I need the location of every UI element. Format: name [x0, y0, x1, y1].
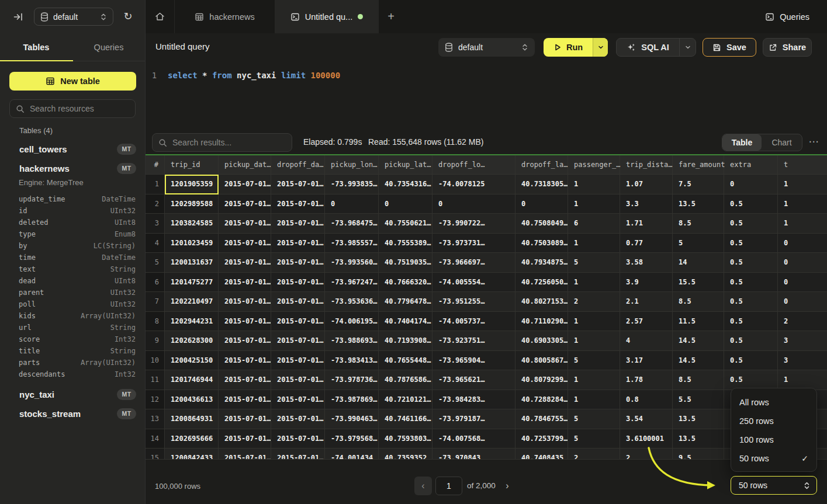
table-cell[interactable]: 40.7193908… [379, 331, 432, 351]
table-cell[interactable]: 40.6903305… [515, 331, 568, 351]
table-cell[interactable]: 14.5 [673, 351, 724, 371]
tab-tables[interactable]: Tables [0, 33, 72, 61]
table-cell[interactable]: 40.8079299… [515, 370, 568, 390]
prev-page-button[interactable]: ‹ [414, 477, 432, 495]
table-cell[interactable]: 2015-07-01… [219, 292, 271, 312]
column-header[interactable]: # [146, 155, 165, 175]
table-cell[interactable]: 2015-07-01… [271, 390, 325, 410]
table-cell[interactable]: 1.71 [620, 214, 673, 234]
table-cell[interactable]: 2015-07-01… [219, 390, 271, 410]
sidebar-item-hackernews[interactable]: hackernews MT [9, 161, 136, 176]
table-cell[interactable]: 40.7256050… [515, 273, 568, 293]
table-cell[interactable]: 0 [778, 253, 827, 273]
table-cell[interactable]: -73.951255… [432, 292, 515, 312]
table-cell[interactable]: 3 [778, 331, 827, 351]
table-cell[interactable]: 5 [568, 409, 620, 429]
table-cell[interactable]: 3.6100001 [620, 429, 673, 449]
table-cell[interactable]: 0 [515, 194, 568, 214]
column-header[interactable]: fare_amount [673, 155, 724, 175]
table-cell[interactable]: 40.7796478… [379, 292, 432, 312]
sidebar-item-nyc-taxi[interactable]: nyc_taxi MT [9, 387, 136, 402]
table-cell[interactable]: 1200864931 [165, 409, 219, 429]
table-cell[interactable]: 2015-07-01… [219, 214, 271, 234]
table-cell[interactable]: 5 [568, 351, 620, 371]
table-cell[interactable]: -73.993835… [325, 175, 379, 194]
table-cell[interactable]: 1.78 [620, 370, 673, 390]
table-cell[interactable]: -73.967247… [325, 273, 379, 293]
column-header[interactable]: pickup_lon… [325, 155, 379, 175]
table-cell[interactable]: 1 [778, 194, 827, 214]
table-cell[interactable]: 3.58 [620, 253, 673, 273]
sql-ai-options-button[interactable] [679, 39, 695, 56]
column-header[interactable]: t [778, 155, 827, 175]
tab-home[interactable] [146, 0, 175, 33]
column-header[interactable]: dropoff_lo… [432, 155, 515, 175]
table-cell[interactable]: 40.7359352 [379, 449, 432, 459]
table-cell[interactable]: 1203824585 [165, 214, 219, 234]
table-cell[interactable]: 0.5 [724, 331, 778, 351]
page-size-option[interactable]: 100 rows [731, 430, 816, 449]
table-cell[interactable]: 2015-07-01… [271, 312, 325, 332]
table-cell[interactable]: -73.978736… [325, 370, 379, 390]
table-cell[interactable]: -73.966697… [432, 253, 515, 273]
table-cell[interactable]: -73.965621… [432, 370, 515, 390]
table-cell[interactable]: 0 [379, 194, 432, 214]
table-cell[interactable]: 0.5 [724, 234, 778, 253]
table-cell[interactable]: 40.7503089… [515, 234, 568, 253]
table-cell[interactable]: 40.7210121… [379, 390, 432, 410]
table-cell[interactable]: 1 [568, 234, 620, 253]
table-cell[interactable]: 2015-07-01… [271, 253, 325, 273]
table-cell[interactable]: 40.7461166… [379, 409, 432, 429]
table-cell[interactable]: 2015-07-01… [219, 194, 271, 214]
table-cell[interactable]: -73.993560… [325, 253, 379, 273]
table-cell[interactable]: -73.984283… [432, 390, 515, 410]
query-database-selector[interactable]: default [438, 38, 535, 57]
new-tab-button[interactable]: + [379, 0, 403, 33]
table-cell[interactable]: 8.5 [673, 370, 724, 390]
queries-button[interactable]: Queries [765, 0, 827, 33]
column-header[interactable]: extra [724, 155, 778, 175]
table-cell[interactable]: 0 [325, 194, 379, 214]
table-cell[interactable]: 40.7519035… [379, 253, 432, 273]
table-cell[interactable]: -74.005554… [432, 273, 515, 293]
table-cell[interactable]: 2015-07-01… [271, 449, 325, 459]
table-cell[interactable]: 7.5 [673, 175, 724, 194]
table-cell[interactable]: 1 [778, 214, 827, 234]
tab-untitled-query[interactable]: Untitled qu... [275, 0, 379, 33]
table-cell[interactable]: 9.5 [673, 449, 724, 459]
table-cell[interactable]: 1200436613 [165, 390, 219, 410]
table-cell[interactable]: -74.0078125 [432, 175, 515, 194]
table-cell[interactable]: 40.7934875… [515, 253, 568, 273]
table-cell[interactable]: 2015-07-01… [219, 175, 271, 194]
table-cell[interactable]: 40.7593803… [379, 429, 432, 449]
table-cell[interactable]: -73.990722… [432, 214, 515, 234]
table-cell[interactable]: 40.8027153… [515, 292, 568, 312]
table-cell[interactable]: 1 [778, 175, 827, 194]
table-cell[interactable]: 1201475277 [165, 273, 219, 293]
table-cell[interactable]: 15.5 [673, 273, 724, 293]
table-cell[interactable]: 0.8 [620, 390, 673, 410]
table-cell[interactable]: 1201905359 [165, 175, 219, 194]
table-cell[interactable]: 2 [620, 449, 673, 459]
table-cell[interactable]: 40.8005867… [515, 351, 568, 371]
table-cell[interactable]: 2 [568, 292, 620, 312]
table-cell[interactable]: 40.7550621… [379, 214, 432, 234]
table-cell[interactable]: -74.005737… [432, 312, 515, 332]
table-cell[interactable]: 2015-07-01… [271, 370, 325, 390]
save-button[interactable]: Save [703, 38, 756, 57]
table-cell[interactable]: 2015-07-01… [271, 175, 325, 194]
table-cell[interactable]: 2015-07-01… [271, 331, 325, 351]
table-cell[interactable]: 1202210497 [165, 292, 219, 312]
table-cell[interactable]: 40.7354316… [379, 175, 432, 194]
table-cell[interactable]: 1202944231 [165, 312, 219, 332]
sql-editor[interactable]: 1 select * from nyc_taxi limit 100000 [146, 61, 827, 131]
next-page-button[interactable]: › [501, 477, 514, 495]
sql-ai-button[interactable]: SQL AI [617, 43, 679, 52]
table-cell[interactable]: 2015-07-01… [219, 370, 271, 390]
collapse-sidebar-icon[interactable] [13, 12, 23, 22]
table-cell[interactable]: 40.7555389… [379, 234, 432, 253]
table-cell[interactable]: 1201023459 [165, 234, 219, 253]
table-cell[interactable]: 0 [432, 194, 515, 214]
table-cell[interactable]: 40.7508049… [515, 214, 568, 234]
table-cell[interactable]: 0 [778, 273, 827, 293]
